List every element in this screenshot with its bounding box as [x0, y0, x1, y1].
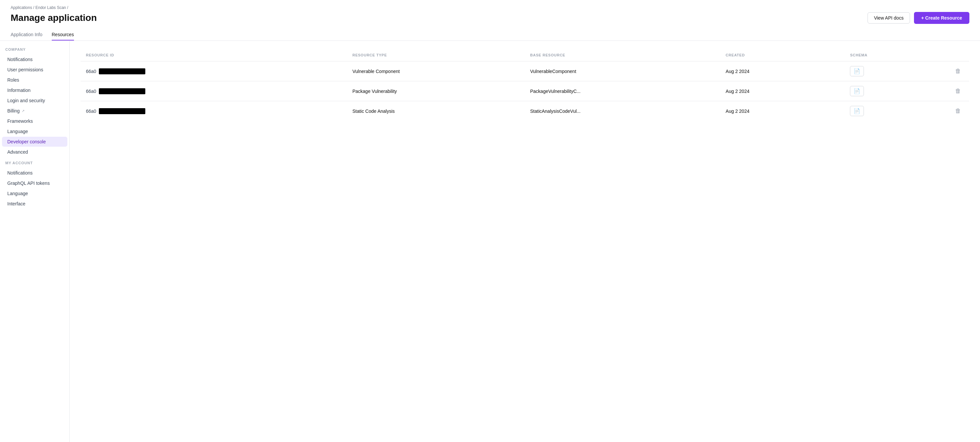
- document-icon-1: 📄: [854, 68, 860, 74]
- redacted-id-2: [99, 88, 145, 94]
- view-api-docs-button[interactable]: View API docs: [867, 12, 910, 24]
- document-icon-3: 📄: [854, 108, 860, 114]
- sidebar-item-login-security[interactable]: Login and security: [2, 95, 67, 105]
- sidebar-item-information[interactable]: Information: [2, 85, 67, 95]
- cell-schema-1: 📄: [845, 61, 934, 81]
- tab-application-info[interactable]: Application Info: [11, 29, 43, 40]
- cell-resource-type-1: Vulnerable Component: [347, 61, 525, 81]
- sidebar-company-label: COMPANY: [0, 48, 69, 54]
- tab-resources[interactable]: Resources: [52, 29, 74, 40]
- sidebar-item-my-language[interactable]: Language: [2, 189, 67, 199]
- redacted-id-1: [99, 68, 145, 74]
- header-row: Manage application View API docs + Creat…: [11, 12, 969, 24]
- table-row: 66a0 Package Vulnerability PackageVulner…: [81, 81, 969, 101]
- sidebar-item-interface[interactable]: Interface: [2, 199, 67, 209]
- delete-button-1[interactable]: 🗑: [953, 66, 964, 76]
- breadcrumb-endor-labs-scan[interactable]: Endor Labs Scan: [35, 5, 66, 10]
- table-header: RESOURCE ID RESOURCE TYPE BASE RESOURCE …: [81, 49, 969, 61]
- cell-resource-type-2: Package Vulnerability: [347, 81, 525, 101]
- breadcrumb-applications[interactable]: Applications: [11, 5, 32, 10]
- redacted-id-3: [99, 108, 145, 114]
- cell-resource-id-3: 66a0: [81, 101, 347, 121]
- sidebar-item-language[interactable]: Language: [2, 126, 67, 137]
- cell-created-3: Aug 2 2024: [720, 101, 845, 121]
- content-area: RESOURCE ID RESOURCE TYPE BASE RESOURCE …: [70, 41, 980, 442]
- schema-button-3[interactable]: 📄: [850, 106, 864, 116]
- col-header-created: CREATED: [720, 49, 845, 61]
- table-body: 66a0 Vulnerable Component VulnerableComp…: [81, 61, 969, 121]
- tabs-nav: Application Info Resources: [11, 29, 969, 40]
- cell-created-2: Aug 2 2024: [720, 81, 845, 101]
- col-header-base-resource: BASE RESOURCE: [525, 49, 720, 61]
- schema-button-2[interactable]: 📄: [850, 86, 864, 96]
- resource-table: RESOURCE ID RESOURCE TYPE BASE RESOURCE …: [80, 49, 969, 121]
- main-content: COMPANY Notifications User permissions R…: [0, 41, 980, 442]
- app-layout: Applications / Endor Labs Scan / Manage …: [0, 0, 980, 442]
- sidebar-item-my-notifications[interactable]: Notifications: [2, 168, 67, 178]
- sidebar: COMPANY Notifications User permissions R…: [0, 41, 70, 442]
- schema-button-1[interactable]: 📄: [850, 66, 864, 76]
- cell-resource-type-3: Static Code Analysis: [347, 101, 525, 121]
- sidebar-item-graphql-api-tokens[interactable]: GraphQL API tokens: [2, 178, 67, 188]
- breadcrumb: Applications / Endor Labs Scan /: [11, 5, 969, 10]
- cell-base-resource-1: VulnerableComponent: [525, 61, 720, 81]
- page-header: Applications / Endor Labs Scan / Manage …: [0, 0, 980, 41]
- create-resource-button[interactable]: + Create Resource: [914, 12, 969, 24]
- cell-actions-1: 🗑: [934, 61, 969, 81]
- col-header-resource-id: RESOURCE ID: [81, 49, 347, 61]
- cell-actions-2: 🗑: [934, 81, 969, 101]
- sidebar-item-frameworks[interactable]: Frameworks: [2, 116, 67, 126]
- table-row: 66a0 Vulnerable Component VulnerableComp…: [81, 61, 969, 81]
- cell-schema-2: 📄: [845, 81, 934, 101]
- document-icon-2: 📄: [854, 88, 860, 94]
- cell-base-resource-2: PackageVulnerabilityC...: [525, 81, 720, 101]
- sidebar-item-user-permissions[interactable]: User permissions: [2, 65, 67, 75]
- sidebar-item-notifications[interactable]: Notifications: [2, 54, 67, 64]
- col-header-actions: [934, 49, 969, 61]
- page-title: Manage application: [11, 13, 97, 23]
- delete-button-3[interactable]: 🗑: [953, 106, 964, 116]
- header-actions: View API docs + Create Resource: [867, 12, 969, 24]
- col-header-schema: SCHEMA: [845, 49, 934, 61]
- cell-schema-3: 📄: [845, 101, 934, 121]
- col-header-resource-type: RESOURCE TYPE: [347, 49, 525, 61]
- sidebar-item-advanced[interactable]: Advanced: [2, 147, 67, 157]
- table-row: 66a0 Static Code Analysis StaticAnalysis…: [81, 101, 969, 121]
- cell-resource-id-2: 66a0: [81, 81, 347, 101]
- cell-created-1: Aug 2 2024: [720, 61, 845, 81]
- cell-actions-3: 🗑: [934, 101, 969, 121]
- sidebar-item-developer-console[interactable]: Developer console: [2, 137, 67, 147]
- cell-base-resource-3: StaticAnalysisCodeVul...: [525, 101, 720, 121]
- sidebar-my-account-label: MY ACCOUNT: [0, 161, 69, 168]
- sidebar-item-roles[interactable]: Roles: [2, 75, 67, 85]
- external-link-icon: ↗: [22, 109, 25, 113]
- cell-resource-id-1: 66a0: [81, 61, 347, 81]
- delete-button-2[interactable]: 🗑: [953, 86, 964, 96]
- sidebar-item-billing[interactable]: Billing ↗: [2, 106, 67, 116]
